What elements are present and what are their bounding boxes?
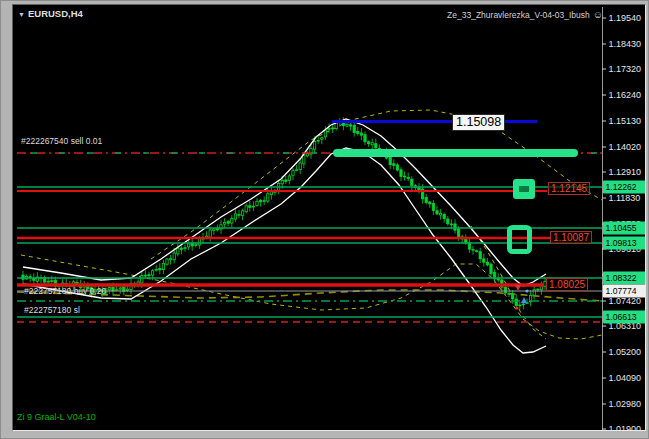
axis-tick-label: 1.05200	[609, 347, 642, 357]
axis-tick-label: 1.11830	[609, 193, 641, 203]
axis-price-badge-label: 1.06613	[606, 312, 637, 322]
axis-tick-label: 1.01900	[609, 424, 642, 430]
buy-arrow	[521, 297, 527, 303]
axis-tick-label: 1.07420	[609, 296, 642, 306]
blue-dot	[525, 289, 528, 292]
chart-window: 1.195401.184301.173201.162401.151301.140…	[12, 4, 646, 431]
price-tag-resistance-1[interactable]: 1.12145	[548, 182, 590, 195]
price-axis[interactable]: 1.195401.184301.173201.162401.151301.140…	[602, 7, 645, 430]
ea-name-label: Ze_33_Zhuravlerezka_V-04-03_Ibush	[447, 10, 590, 20]
axis-price-badge-label: 1.10455	[606, 223, 637, 233]
plot-area[interactable]	[17, 110, 602, 353]
price-tag-main-level[interactable]: 1.15098	[452, 114, 505, 131]
axis-tick-label: 1.04090	[609, 373, 642, 383]
symbol-timeframe-label: EURUSD,H4	[28, 8, 83, 19]
axis-tick-label: 1.02980	[609, 399, 642, 409]
axis-tick-label: 1.15130	[609, 116, 642, 126]
axis-price-badge-label: 1.09813	[606, 238, 637, 248]
order-buy-label: #222757180 buy 0.20	[24, 286, 106, 296]
axis-price-badge-label: 1.07774	[606, 286, 637, 296]
axis-tick-label: 1.12910	[609, 167, 642, 177]
red-dot	[515, 306, 518, 309]
mint-zone-bar[interactable]	[333, 149, 578, 157]
sell-arrow	[515, 285, 521, 291]
axis-tick-label: 1.18430	[609, 39, 642, 49]
axis-tick-label: 1.17320	[609, 64, 642, 74]
axis-tick-label: 1.14020	[609, 142, 642, 152]
blue-level-line[interactable]	[332, 120, 537, 123]
price-chart[interactable]: 1.195401.184301.173201.162401.151301.140…	[13, 5, 645, 430]
window-frame: 1.195401.184301.173201.162401.151301.140…	[0, 0, 649, 439]
ea-title: Ze_33_Zhuravlerezka_V-04-03_Ibush☺	[329, 9, 603, 20]
price-tag-support-1[interactable]: 1.08025	[546, 278, 588, 291]
axis-tick-label: 1.19540	[609, 13, 642, 23]
order-sell-label: #222267540 sell 0.01	[21, 136, 102, 146]
order-stoploss-label: #222757180 sl	[24, 305, 80, 315]
axis-price-badge-label: 1.12262	[606, 182, 637, 192]
signal-square-small-inner	[519, 186, 529, 192]
symbol-title: ▼EURUSD,H4	[18, 8, 83, 19]
axis-tick-label: 1.16240	[609, 90, 642, 100]
ea-version-label: Zi 9 Graal-L V04-10	[17, 412, 96, 422]
smiley-icon[interactable]: ☺	[593, 9, 603, 20]
yellow-lower-envelope	[21, 255, 602, 339]
signal-square-large[interactable]	[510, 228, 530, 252]
chevron-down-icon[interactable]: ▼	[18, 11, 25, 18]
axis-price-badge-label: 1.08322	[606, 273, 637, 283]
price-tag-resistance-2[interactable]: 1.10087	[550, 231, 592, 244]
